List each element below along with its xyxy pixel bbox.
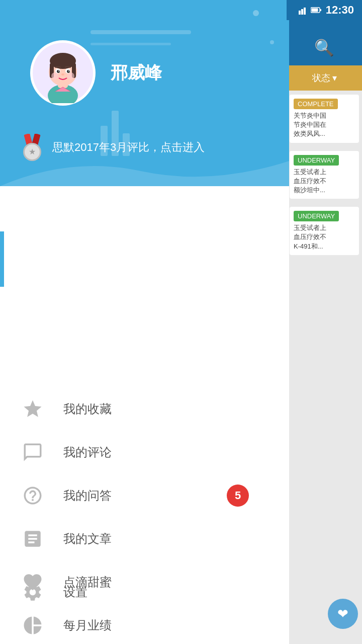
menu-label-comments: 我的评论 [63, 444, 112, 460]
svg-rect-2 [304, 8, 306, 15]
svg-point-20 [51, 72, 58, 79]
filter-bar[interactable]: 状态 ▾ [287, 65, 362, 91]
sidebar-item-favorites[interactable]: 我的收藏 [0, 387, 289, 431]
achievement-banner[interactable]: ★ 思默2017年3月评比，点击进入 [20, 134, 205, 161]
svg-rect-5 [311, 9, 318, 12]
deco-line1 [90, 30, 191, 34]
star-icon [20, 396, 45, 422]
list-item[interactable]: UNDERWAY 玉受试者上血压疗效不K-491和... [290, 207, 359, 255]
right-panel-content: COMPLETE 关节炎中国节炎中国在效类风风... UNDERWAY 玉受试者… [287, 91, 362, 263]
menu-label-settings: 设置 [63, 584, 87, 600]
svg-rect-1 [301, 9, 303, 15]
right-panel: 🔍 状态 ▾ COMPLETE 关节炎中国节炎中国在效类风风... UNDERW… [287, 0, 362, 644]
svg-text:★: ★ [29, 147, 36, 156]
menu-label-qa: 我的问答 [63, 488, 112, 504]
complete-badge: COMPLETE [294, 99, 338, 109]
status-icons [299, 6, 322, 15]
sidebar-item-comments[interactable]: 我的评论 [0, 431, 289, 474]
svg-point-19 [61, 73, 64, 75]
card-text: 玉受试者上血压疗效不额沙坦中... [294, 168, 355, 195]
chevron-down-icon: ▾ [332, 72, 337, 84]
time-display: 12:30 [326, 4, 354, 17]
svg-rect-0 [299, 11, 301, 15]
filter-label: 状态 [312, 72, 330, 84]
svg-rect-4 [320, 9, 321, 11]
comment-icon [20, 440, 45, 465]
question-icon [20, 483, 45, 508]
card-text: 关节炎中国节炎中国在效类风风... [294, 111, 355, 139]
avatar[interactable] [30, 40, 96, 106]
underway-badge: UNDERWAY [294, 155, 339, 166]
qa-badge-count: 5 [227, 485, 249, 507]
svg-point-15 [57, 70, 60, 73]
list-item[interactable]: COMPLETE 关节炎中国节炎中国在效类风风... [290, 95, 359, 143]
list-item[interactable]: UNDERWAY 玉受试者上血压疗效不额沙坦中... [290, 151, 359, 199]
drawer-header: 邢威峰 ★ 思默2017年3月评比，点击进入 [0, 0, 289, 186]
menu-label-monthly: 每月业绩 [63, 617, 112, 633]
achievement-text: 思默2017年3月评比，点击进入 [52, 140, 205, 155]
svg-point-17 [58, 70, 59, 71]
avatar-image [33, 43, 93, 103]
sidebar-item-settings[interactable]: 设置 [0, 571, 289, 614]
menu-label-favorites: 我的收藏 [63, 401, 112, 417]
settings-section: 设置 [0, 571, 289, 614]
heart-button[interactable]: ❤ [328, 599, 358, 629]
svg-point-16 [67, 70, 70, 73]
gear-icon [20, 580, 45, 605]
status-bar: 12:30 [287, 0, 362, 20]
user-info: 邢威峰 [30, 40, 162, 106]
menu-label-articles: 我的文章 [63, 531, 112, 547]
left-drawer: 邢威峰 ★ 思默2017年3月评比，点击进入 [0, 0, 289, 644]
medal-svg: ★ [20, 134, 44, 161]
sidebar-item-qa[interactable]: 我的问答 5 [0, 474, 289, 517]
blue-accent-bar [0, 231, 4, 287]
article-icon [20, 526, 45, 551]
svg-point-21 [67, 72, 74, 79]
deco-circle [253, 10, 259, 16]
underway-badge-2: UNDERWAY [294, 211, 339, 221]
medal-icon: ★ [20, 134, 44, 161]
deco-circle2 [270, 40, 274, 44]
battery-icon [311, 7, 322, 14]
signal-icon [299, 6, 308, 15]
chart-icon [20, 613, 45, 638]
search-icon[interactable]: 🔍 [314, 38, 334, 57]
sidebar-item-articles[interactable]: 我的文章 [0, 517, 289, 560]
card-text-2: 玉受试者上血压疗效不K-491和... [294, 223, 355, 251]
svg-point-18 [68, 70, 69, 71]
username: 邢威峰 [111, 61, 162, 85]
